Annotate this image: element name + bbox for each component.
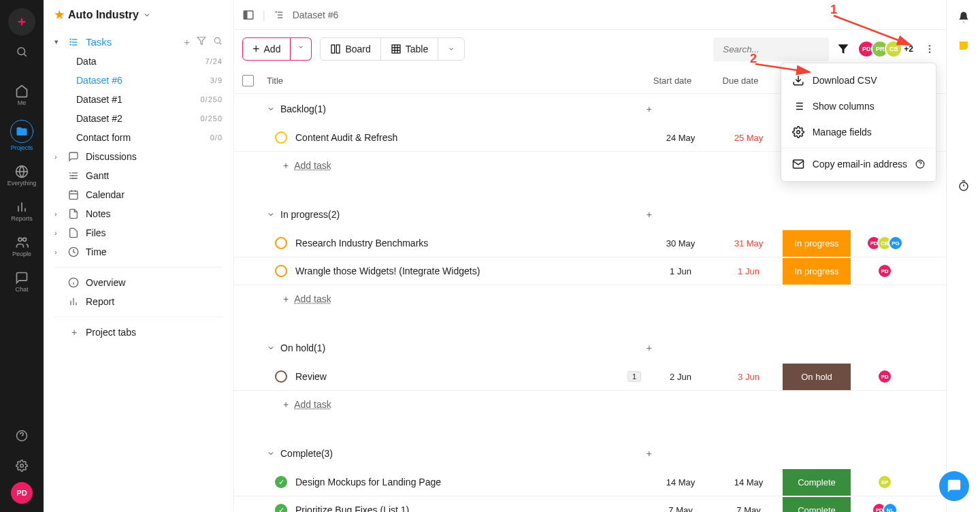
task-due-date: 3 Jun bbox=[715, 372, 783, 382]
search-icon[interactable] bbox=[213, 36, 223, 48]
task-stage[interactable]: In progress bbox=[783, 258, 851, 285]
add-task-button[interactable]: +Add task bbox=[234, 391, 946, 418]
task-start-date: 14 May bbox=[647, 477, 715, 487]
sidebar-nav-item[interactable]: ›Notes bbox=[44, 204, 233, 223]
sidebar-nav-item[interactable]: ›Time bbox=[44, 242, 233, 261]
member-avatar[interactable]: CB bbox=[885, 40, 902, 58]
view-more[interactable] bbox=[438, 38, 464, 60]
notifications-icon[interactable] bbox=[958, 11, 970, 23]
manage-fields[interactable]: Manage fields bbox=[781, 119, 936, 145]
sidebar-nav-item[interactable]: Calendar bbox=[44, 185, 233, 204]
col-due[interactable]: Due date bbox=[706, 76, 774, 86]
notes-icon[interactable] bbox=[958, 39, 970, 52]
task-due-date: 31 May bbox=[715, 238, 783, 249]
sidebar-list-item[interactable]: Dataset #63/9 bbox=[44, 71, 233, 90]
svg-marker-47 bbox=[838, 44, 849, 54]
help-button[interactable] bbox=[8, 422, 35, 449]
sidebar-tasks[interactable]: ▾ Tasks + bbox=[44, 32, 233, 52]
sidebar: ★ Auto Industry ▾ Tasks + Data7/24Datase… bbox=[44, 0, 234, 512]
task-row[interactable]: ✓Design Mockups for Landing Page14 May14… bbox=[234, 468, 946, 496]
nav-reports[interactable]: Reports bbox=[0, 195, 44, 227]
sidebar-list-item[interactable]: Data7/24 bbox=[44, 52, 233, 71]
tasks-icon bbox=[68, 37, 80, 48]
add-dropdown[interactable] bbox=[291, 37, 312, 61]
task-row[interactable]: ✓Prioritize Bug Fixes (List 1)7 May7 May… bbox=[234, 496, 946, 512]
nav-everything[interactable]: Everything bbox=[0, 159, 44, 192]
assignee-avatar[interactable]: PG bbox=[888, 236, 903, 251]
project-name: Auto Industry bbox=[68, 9, 139, 21]
assignee-avatar[interactable]: NL bbox=[883, 502, 898, 512]
assignee-avatar[interactable]: SP bbox=[877, 475, 892, 490]
status-complete-icon: ✓ bbox=[275, 504, 287, 512]
task-due-date: 1 Jun bbox=[715, 266, 783, 276]
task-row[interactable]: Wrangle those Widgets! (Integrate Widget… bbox=[234, 257, 946, 285]
sidebar-list-item[interactable]: Contact form0/0 bbox=[44, 128, 233, 147]
col-title[interactable]: Title bbox=[267, 76, 638, 86]
group-header[interactable]: On hold(1)+ bbox=[234, 333, 946, 363]
avatar-more[interactable]: +2 bbox=[904, 44, 913, 54]
sidebar-nav-item[interactable]: Gantt bbox=[44, 166, 233, 185]
task-row[interactable]: Research Industry Benchmarks30 May31 May… bbox=[234, 229, 946, 257]
timer-icon[interactable] bbox=[958, 180, 970, 192]
task-stage[interactable]: In progress bbox=[783, 230, 851, 257]
view-board[interactable]: Board bbox=[321, 38, 380, 60]
settings-button[interactable] bbox=[8, 452, 35, 479]
group-header[interactable]: Complete(3)+ bbox=[234, 438, 946, 468]
add-task-icon[interactable]: + bbox=[647, 103, 652, 114]
panel-icon[interactable] bbox=[242, 9, 255, 21]
member-avatars[interactable]: PDPRCB+2 bbox=[858, 40, 913, 58]
filter-icon[interactable] bbox=[197, 36, 206, 48]
add-task-icon[interactable]: + bbox=[647, 342, 652, 353]
chevron-down-icon bbox=[267, 105, 275, 113]
nav-chat[interactable]: Chat bbox=[0, 266, 44, 298]
col-start[interactable]: Start date bbox=[638, 76, 706, 86]
status-icon bbox=[275, 237, 287, 249]
sidebar-nav-item[interactable]: ›Discussions bbox=[44, 147, 233, 166]
add-task-icon[interactable]: + bbox=[647, 209, 652, 220]
task-row[interactable]: Review12 Jun3 JunOn holdPD bbox=[234, 363, 946, 391]
download-csv[interactable]: Download CSV bbox=[781, 67, 936, 93]
sidebar-list-item[interactable]: Dataset #20/250 bbox=[44, 109, 233, 128]
nav-me[interactable]: Me bbox=[0, 79, 44, 112]
svg-point-49 bbox=[929, 48, 931, 50]
sidebar-nav-item[interactable]: ›Files bbox=[44, 223, 233, 242]
nav-projects[interactable]: Projects bbox=[0, 114, 44, 157]
add-list-icon[interactable]: + bbox=[184, 36, 190, 48]
assignee-avatar[interactable]: PD bbox=[877, 369, 892, 384]
svg-point-50 bbox=[929, 51, 931, 53]
user-avatar[interactable]: PD bbox=[11, 482, 33, 504]
task-title: Research Industry Benchmarks bbox=[295, 229, 647, 257]
search-input[interactable] bbox=[713, 37, 829, 61]
nav-people[interactable]: People bbox=[0, 230, 44, 263]
add-task-button[interactable]: +Add task bbox=[234, 285, 946, 313]
comment-count: 1 bbox=[627, 371, 641, 382]
breadcrumb: Dataset #6 bbox=[293, 10, 339, 20]
show-columns[interactable]: Show columns bbox=[781, 93, 936, 119]
view-table[interactable]: Table bbox=[381, 38, 438, 60]
project-tabs[interactable]: + Project tabs bbox=[44, 323, 233, 342]
task-stage[interactable]: Complete bbox=[783, 497, 851, 513]
group-header[interactable]: In progress(2)+ bbox=[234, 199, 946, 229]
sidebar-extra-item[interactable]: Overview bbox=[44, 273, 233, 292]
svg-point-57 bbox=[796, 131, 800, 134]
sidebar-list-item[interactable]: Dataset #10/250 bbox=[44, 90, 233, 109]
topbar: | Dataset #6 bbox=[234, 0, 946, 30]
filter-icon[interactable] bbox=[837, 43, 849, 55]
assignee-avatar[interactable]: PD bbox=[877, 263, 892, 278]
status-icon bbox=[275, 370, 287, 383]
more-menu-button[interactable] bbox=[921, 41, 938, 57]
sidebar-extra-item[interactable]: Report bbox=[44, 292, 233, 311]
create-button[interactable] bbox=[8, 8, 35, 35]
add-task-icon[interactable]: + bbox=[647, 448, 652, 459]
svg-rect-40 bbox=[331, 45, 335, 53]
search-button[interactable] bbox=[8, 38, 35, 65]
project-selector[interactable]: ★ Auto Industry bbox=[44, 0, 233, 29]
add-button[interactable]: +Add bbox=[242, 37, 291, 61]
task-start-date: 30 May bbox=[647, 238, 715, 249]
task-due-date: 25 May bbox=[715, 133, 783, 143]
select-all-checkbox[interactable] bbox=[242, 75, 254, 86]
task-stage[interactable]: On hold bbox=[783, 364, 851, 390]
copy-email-address[interactable]: Copy email-in address bbox=[781, 151, 936, 177]
chat-widget[interactable] bbox=[939, 471, 969, 501]
task-stage[interactable]: Complete bbox=[783, 469, 851, 496]
